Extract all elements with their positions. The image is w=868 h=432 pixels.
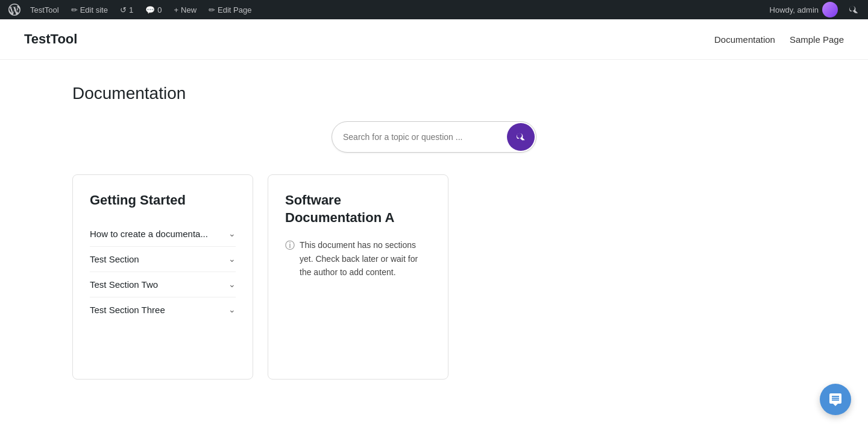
edit-site-icon: ✏ (71, 5, 78, 14)
empty-doc-message: This document has no sections yet. Check… (300, 238, 431, 279)
comments-count: 0 (157, 5, 162, 14)
edit-page-icon: ✏ (209, 5, 215, 14)
site-header: TestTool Documentation Sample Page (0, 19, 868, 60)
chevron-down-icon: ⌄ (228, 305, 236, 314)
section-item-test[interactable]: Test Section ⌄ (90, 246, 236, 272)
page-title: Documentation (72, 84, 796, 103)
section-item-how-to[interactable]: How to create a documenta... ⌄ (90, 221, 236, 246)
section-label: Test Section Three (90, 305, 165, 315)
chevron-down-icon: ⌄ (228, 254, 236, 264)
info-circle-icon: ⓘ (285, 240, 295, 252)
site-name-label: TestTool (30, 5, 59, 14)
site-title[interactable]: TestTool (24, 31, 77, 47)
section-label: Test Section Two (90, 279, 158, 290)
edit-page-label: Edit Page (218, 5, 251, 14)
new-icon: + (174, 5, 178, 14)
comments-icon: 💬 (145, 5, 155, 14)
search-section (72, 121, 796, 153)
nav-documentation[interactable]: Documentation (714, 34, 775, 45)
card-getting-started: Getting Started How to create a document… (72, 174, 253, 380)
search-input[interactable] (332, 126, 506, 148)
edit-site-bar[interactable]: ✏ Edit site (65, 0, 114, 19)
updates-count: 1 (129, 5, 133, 14)
card-software-doc-a: Software Documentation A ⓘ This document… (268, 174, 448, 380)
nav-sample-page[interactable]: Sample Page (790, 34, 844, 45)
howdy-label: Howdy, admin (770, 5, 819, 14)
new-bar[interactable]: + New (168, 0, 203, 19)
section-item-test-two[interactable]: Test Section Two ⌄ (90, 272, 236, 297)
search-button[interactable] (507, 123, 535, 151)
updates-bar[interactable]: ↺ 1 (114, 0, 139, 19)
chevron-down-icon: ⌄ (228, 279, 236, 289)
howdy-area: Howdy, admin (764, 2, 844, 17)
section-label: Test Section (90, 254, 139, 264)
section-item-test-three[interactable]: Test Section Three ⌄ (90, 297, 236, 322)
avatar[interactable] (822, 2, 838, 17)
comments-bar[interactable]: 💬 0 (139, 0, 168, 19)
card-sections-list: How to create a documenta... ⌄ Test Sect… (90, 221, 236, 322)
card-getting-started-title: Getting Started (90, 192, 236, 209)
new-label: New (181, 5, 197, 14)
admin-search-icon[interactable] (844, 0, 863, 19)
wordpress-logo-icon[interactable] (5, 0, 24, 19)
cards-container: Getting Started How to create a document… (72, 174, 796, 380)
edit-site-label: Edit site (80, 5, 108, 14)
site-name-bar[interactable]: TestTool (24, 0, 65, 19)
edit-page-bar[interactable]: ✏ Edit Page (203, 0, 257, 19)
admin-bar: TestTool ✏ Edit site ↺ 1 💬 0 + New ✏ Edi… (0, 0, 868, 19)
updates-icon: ↺ (120, 5, 127, 14)
section-label: How to create a documenta... (90, 229, 208, 239)
empty-doc-info: ⓘ This document has no sections yet. Che… (285, 238, 431, 279)
chevron-down-icon: ⌄ (228, 229, 236, 238)
card-software-doc-title: Software Documentation A (285, 192, 431, 226)
site-nav: Documentation Sample Page (714, 34, 844, 45)
main-content: Documentation Getting Started How to cre… (0, 60, 868, 404)
search-wrapper (332, 121, 536, 153)
